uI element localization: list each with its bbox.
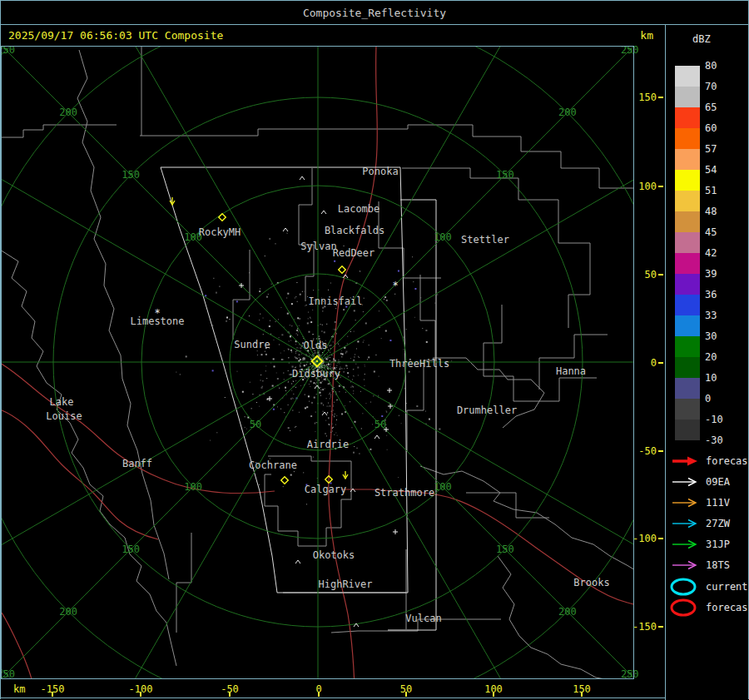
scale-value-label: 51 <box>705 185 717 196</box>
scale-block-33 <box>675 315 700 336</box>
town-caret-marker <box>374 435 379 439</box>
scale-value-label: 48 <box>705 206 717 217</box>
radar-map-canvas[interactable]: 5050100100100100150150150150200200200200… <box>0 45 665 679</box>
town-plus-marker <box>387 388 392 393</box>
city-label-limestone: Limestone <box>130 315 184 327</box>
right-axis-tick <box>658 626 663 628</box>
frame-left-edge <box>0 25 1 699</box>
legend-label-ellipse-current: current <box>706 581 748 593</box>
ring-label-50-SE: 50 <box>374 419 386 430</box>
city-label-ponoka: Ponoka <box>362 166 398 177</box>
city-label-stettler: Stettler <box>461 234 509 246</box>
bottom-axis-tick <box>52 692 53 697</box>
bottom-axis-tick <box>581 692 583 697</box>
bottom-axis-tick <box>405 692 407 697</box>
right-axis-tick <box>658 362 663 364</box>
city-label-brooks: Brooks <box>573 577 609 588</box>
right-axis-label: 100 <box>638 181 657 192</box>
legend-label-09EA: 09EA <box>706 476 731 488</box>
city-label-lake: Lake <box>50 396 74 408</box>
ring-label-250-SW: 250 <box>0 668 15 679</box>
scale-value-label: 65 <box>705 102 717 113</box>
city-label-olds: Olds <box>304 340 328 351</box>
town-caret-marker <box>322 412 327 415</box>
ring-label-100-NE: 100 <box>434 231 452 243</box>
ring-label-100-SE: 100 <box>434 481 452 493</box>
city-label-airdrie: Airdrie <box>307 439 350 450</box>
scale-block-39 <box>675 274 700 295</box>
scale-value-label: 39 <box>705 268 717 280</box>
ring-label-150-SE: 150 <box>496 544 514 555</box>
legend-label-31JP: 31JP <box>706 539 730 550</box>
legend-label-ellipse-forecast: forecast <box>706 602 749 613</box>
ring-label-200-NE: 200 <box>558 107 577 118</box>
bottom-axis-tick <box>229 692 231 697</box>
scale-block-30 <box>675 336 700 357</box>
bottom-axis-tick <box>140 692 141 697</box>
scale-block-60 <box>675 128 700 149</box>
city-label-cochrane: Cochrane <box>249 459 297 471</box>
map-markers: ** <box>154 176 398 627</box>
city-label-innisfail: Innisfail <box>308 295 362 307</box>
scale-value-label: -30 <box>705 434 723 446</box>
radar-app-window: Composite_Reflectivity 2025/09/17 06:56:… <box>0 0 749 700</box>
scale-value-label: 54 <box>705 164 717 176</box>
radial-line-210 <box>0 362 318 633</box>
scale-block-80 <box>675 66 700 87</box>
scale-block-54 <box>675 170 700 191</box>
right-axis: 150100500-50-100-150 <box>632 92 663 633</box>
city-label-hanna: Hanna <box>556 365 586 377</box>
right-axis-label: -100 <box>632 533 657 544</box>
city-label-threehills: ThreeHills <box>389 358 449 370</box>
right-axis-tick <box>658 186 663 187</box>
city-label-rockymh: RockyMH <box>199 226 241 238</box>
scale-value-label: 20 <box>705 351 717 363</box>
right-axis-tick <box>658 274 663 276</box>
scale-value-label: 30 <box>705 330 717 342</box>
city-label-blackfalds: Blackfalds <box>325 225 384 236</box>
town-caret-marker <box>321 211 326 214</box>
right-axis-tick <box>658 538 663 539</box>
scale-value-label: 60 <box>705 122 717 134</box>
scale-value-label: 70 <box>705 81 717 92</box>
ring-label-100-SW: 100 <box>184 481 202 493</box>
radar-map-area[interactable]: 5050100100100100150150150150200200200200… <box>0 45 665 679</box>
scale-value-label: 36 <box>705 289 717 300</box>
arrow-down-marker <box>343 471 348 479</box>
city-label-highriver: HighRiver <box>318 578 372 590</box>
town-caret-marker <box>300 176 305 180</box>
right-axis-tick <box>658 97 663 98</box>
scale-block-57 <box>675 149 700 170</box>
site-diamond-marker <box>281 477 288 484</box>
scale-block-42 <box>675 253 700 274</box>
ring-label-200-NW: 200 <box>59 107 77 118</box>
city-label-calgary: Calgary <box>305 484 347 495</box>
scale-title: dBZ <box>692 33 711 45</box>
scale-value-label: -10 <box>705 414 723 425</box>
storm-track-legend: forecast09EA111V27ZW31JP18TScurrentforec… <box>666 445 749 695</box>
town-caret-marker <box>343 275 348 278</box>
radial-line-120 <box>47 45 318 362</box>
city-label-didsbury: Didsbury <box>292 368 340 380</box>
site-diamond-marker <box>339 266 345 273</box>
scale-block-70 <box>675 87 700 107</box>
ring-label-150-NW: 150 <box>122 169 140 181</box>
legend-label-27ZW: 27ZW <box>706 518 731 529</box>
ring-label-50-SW: 50 <box>250 419 261 430</box>
city-label-louise: Louise <box>46 410 82 422</box>
right-axis-tick <box>658 450 663 452</box>
legend-label-111V: 111V <box>706 497 730 509</box>
city-label-sylvan: Sylvan <box>300 241 336 252</box>
bottom-axis-bar: km -150-100-50050100150 <box>0 679 749 700</box>
legend-panel: dBZ 807065605754514845423936333020100-10… <box>665 25 749 700</box>
ring-label-200-SE: 200 <box>558 606 577 618</box>
right-axis-label: 0 <box>651 357 657 369</box>
city-label-reddeer: RedDeer <box>333 247 375 259</box>
product-timestamp: 2025/09/17 06:56:03 UTC Composite <box>0 29 223 42</box>
right-axis-label: -50 <box>638 445 657 457</box>
scale-block-48 <box>675 211 700 232</box>
city-label-lacombe: Lacombe <box>338 203 380 215</box>
town-caret-marker <box>283 228 288 231</box>
scale-block-10 <box>675 378 700 399</box>
city-label-strathmore: Strathmore <box>374 487 434 499</box>
